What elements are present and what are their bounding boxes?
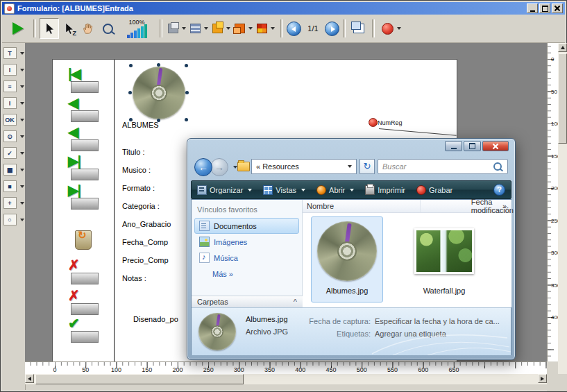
column-header[interactable]: Fecha modificación xyxy=(486,200,498,212)
toolbox-item[interactable]: + xyxy=(3,197,24,209)
folders-bar[interactable]: Carpetas ^ xyxy=(192,296,303,307)
dropdown-arrow-icon xyxy=(248,27,253,30)
form-field-label[interactable]: Titulo : xyxy=(122,143,171,161)
grid-color-dropdown[interactable] xyxy=(255,18,277,39)
scroll-up-button[interactable] xyxy=(558,43,567,52)
toolbox-item[interactable]: ○ xyxy=(3,214,24,225)
nav-icon-glyph: |◀ xyxy=(68,65,80,82)
toolbox-item[interactable]: ■ xyxy=(3,180,24,192)
titlebar[interactable]: Formulario: [ALBUMES]Entrada xyxy=(2,2,565,15)
prev-page-button[interactable] xyxy=(287,22,301,36)
toolbox-item[interactable]: T xyxy=(3,47,24,59)
explorer-toolbar-item[interactable]: Imprimir xyxy=(365,185,405,195)
search-box[interactable] xyxy=(378,159,508,174)
pan-tool-button[interactable] xyxy=(78,18,98,39)
form-nav-icon[interactable]: ✗ xyxy=(57,289,110,316)
close-button[interactable] xyxy=(552,3,563,13)
explorer-toolbar-item[interactable]: Vistas xyxy=(263,185,305,195)
form-designer-label[interactable]: Disenado_po xyxy=(133,315,178,323)
explorer-toolbar-item[interactable]: Grabar xyxy=(416,185,452,195)
horizontal-scrollbar[interactable] xyxy=(25,374,547,384)
page-indicator: 1/1 xyxy=(301,24,325,33)
column-header[interactable]: » xyxy=(498,200,511,212)
file-item[interactable]: Waterfall.jpg xyxy=(408,216,480,302)
selection-handle[interactable] xyxy=(129,64,133,67)
selection-handle[interactable] xyxy=(157,63,160,67)
toolbox-item[interactable]: ✓ xyxy=(3,147,24,159)
spacing-tools-dropdown[interactable] xyxy=(188,18,210,39)
run-button[interactable] xyxy=(6,18,30,39)
search-input[interactable] xyxy=(378,162,493,171)
form-field-label[interactable]: Formato : xyxy=(122,179,171,197)
align-tools-dropdown[interactable] xyxy=(166,18,188,39)
scroll-right-button[interactable] xyxy=(538,374,547,383)
sidebar-favorite-item[interactable]: Documentos xyxy=(194,218,299,234)
refresh-button[interactable] xyxy=(359,159,375,174)
minimize-button[interactable] xyxy=(527,3,538,13)
forward-button[interactable] xyxy=(210,158,228,176)
sidebar-favorite-item[interactable]: Imágenes xyxy=(194,234,299,250)
sidebar-favorite-item[interactable]: Más » xyxy=(194,266,299,282)
form-nav-icon[interactable]: ▶| xyxy=(57,183,110,211)
form-nav-icon[interactable]: ▶| xyxy=(57,154,110,182)
sidebar-favorite-item[interactable]: Música xyxy=(194,250,299,266)
nav-icon-base xyxy=(71,198,99,210)
send-back-dropdown[interactable] xyxy=(232,18,255,39)
form-field-label[interactable]: Categoria : xyxy=(122,197,171,215)
help-button[interactable]: ? xyxy=(493,184,505,196)
dialog-close-button[interactable] xyxy=(482,141,509,151)
form-title-label[interactable]: ALBUMES xyxy=(122,121,159,129)
arrow-up-icon xyxy=(561,46,565,49)
form-nav-icon[interactable]: ✔ xyxy=(57,316,110,344)
toolbar-item-label: Abrir xyxy=(329,186,345,194)
selection-handle[interactable] xyxy=(185,118,188,121)
horizontal-scroll-thumb[interactable] xyxy=(35,374,244,384)
breadcrumb-bar[interactable]: « Resources xyxy=(251,159,357,174)
form-field-label[interactable]: Precio_Comp xyxy=(122,251,171,269)
form-line-object[interactable] xyxy=(379,128,457,136)
zoom-tool-button[interactable] xyxy=(98,18,117,39)
breadcrumb-dropdown-icon[interactable] xyxy=(348,165,352,168)
next-page-button[interactable] xyxy=(325,22,339,36)
maximize-button[interactable] xyxy=(539,3,550,13)
selection-handle[interactable] xyxy=(185,64,188,67)
toolbox-item[interactable]: I xyxy=(3,97,24,109)
form-field-label[interactable]: Fecha_Comp xyxy=(122,233,171,251)
form-field-label[interactable]: Musico : xyxy=(122,161,171,179)
explorer-toolbar-item[interactable]: Abrir xyxy=(316,185,354,195)
form-selected-image[interactable] xyxy=(130,65,187,121)
toolbox-item[interactable]: ⊙ xyxy=(3,130,24,142)
form-field-label[interactable]: Notas : xyxy=(122,269,171,287)
form-field-label[interactable]: Ano_Grabacio xyxy=(122,215,171,233)
dialog-minimize-button[interactable] xyxy=(445,141,462,151)
numreg-icon[interactable] xyxy=(369,118,378,127)
column-header[interactable]: Nombre xyxy=(303,200,421,212)
toolbox-item[interactable]: ▦ xyxy=(3,164,24,176)
breadcrumb[interactable]: « Resources xyxy=(256,162,346,171)
scroll-left-button[interactable] xyxy=(25,374,34,383)
form-nav-icon[interactable]: |◀ xyxy=(57,67,110,94)
back-button[interactable] xyxy=(194,158,212,176)
zoom-level-control[interactable]: 100% xyxy=(117,17,156,40)
bring-front-dropdown[interactable] xyxy=(210,18,232,39)
toolbox-item[interactable]: ≡ xyxy=(3,80,24,92)
form-nav-icon[interactable]: ◀ xyxy=(57,125,110,153)
vertical-scrollbar[interactable] xyxy=(558,43,567,384)
record-button[interactable] xyxy=(378,18,405,39)
toolbox-item[interactable]: I xyxy=(3,64,24,76)
chevron-up-icon[interactable]: ^ xyxy=(294,298,297,306)
tab-order-tool-button[interactable]: Z xyxy=(59,18,78,39)
select-tool-button[interactable] xyxy=(40,18,59,39)
form-nav-icon[interactable]: ◀ xyxy=(57,96,110,123)
explorer-toolbar-item[interactable]: Organizar xyxy=(197,185,252,195)
explorer-dialog[interactable]: « Resources Organizar Vistas xyxy=(187,138,516,360)
selection-handle[interactable] xyxy=(185,91,189,94)
toolbox-item[interactable]: OK xyxy=(3,114,24,126)
form-nav-icon[interactable]: ↻ xyxy=(57,223,110,251)
selection-handle[interactable] xyxy=(128,91,132,94)
vertical-scroll-thumb[interactable] xyxy=(558,53,567,144)
form-nav-icon[interactable]: ✗ xyxy=(57,258,110,286)
file-item[interactable]: Albumes.jpg xyxy=(311,216,383,302)
dialog-maximize-button[interactable] xyxy=(464,141,481,151)
cascade-windows-button[interactable] xyxy=(349,18,369,39)
